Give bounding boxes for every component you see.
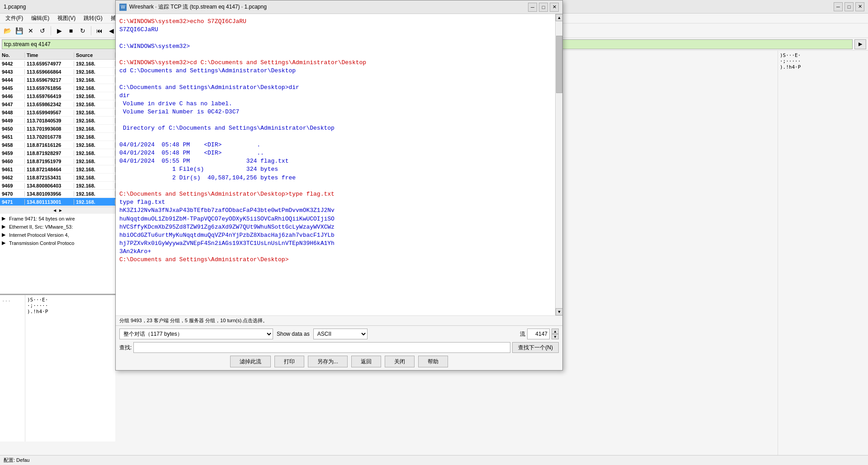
table-row[interactable]: 9470134.801093956192.168. — [0, 190, 115, 198]
hex-right-line3: ).!h4·P — [27, 309, 113, 315]
detail-item-ethernet[interactable]: ▶ Ethernet II, Src: VMware_53: — [0, 223, 115, 231]
col-time-header: Time — [25, 52, 74, 58]
table-row[interactable]: 9448113.659949567192.168. — [0, 108, 115, 117]
detail-ip-text: Internet Protocol Version 4, — [9, 232, 69, 238]
col-no-header: No. — [0, 52, 25, 58]
tcp-win-controls: ─ □ ✕ — [528, 3, 559, 12]
filter-apply-btn[interactable]: ▶ — [854, 39, 866, 49]
statusbar: 配置: Defau — [0, 455, 868, 465]
table-row[interactable]: 9444113.659679217192.168. — [0, 76, 115, 84]
menu-file[interactable]: 文件(F) — [2, 14, 27, 23]
stream-line: C:\WINDOWS\system32>echo S7ZQI6CJaRU — [119, 18, 559, 26]
tcp-title-left: W Wireshark · 追踪 TCP 流 (tcp.stream eq 41… — [119, 3, 267, 11]
expand-arrow-tcp: ▶ — [2, 240, 7, 246]
detail-frame-text: Frame 9471: 54 bytes on wire — [9, 216, 75, 221]
stream-line: C:\WINDOWS\system32>cd C:\Documents and … — [119, 59, 559, 67]
table-row[interactable]: 9462118.872153431192.168. — [0, 174, 115, 182]
detail-tcp-text: Transmission Control Protoco — [9, 240, 74, 246]
detail-ethernet-text: Ethernet II, Src: VMware_53: — [9, 224, 73, 230]
find-next-btn[interactable]: 查找下一个(N) — [512, 342, 559, 353]
tcp-close-btn[interactable]: ✕ — [550, 3, 559, 12]
help-btn[interactable]: 帮助 — [418, 356, 448, 367]
menu-jump[interactable]: 跳转(G) — [80, 14, 106, 23]
table-row[interactable]: 9450113.701993608192.168. — [0, 125, 115, 133]
scroll-up-arrow[interactable]: ▲ — [556, 14, 562, 21]
table-row[interactable]: 9459118.871928297192.168. — [0, 149, 115, 157]
scroll-down-arrow[interactable]: ▼ — [556, 308, 562, 315]
stream-line: cd C:\Documents and Settings\Administrat… — [119, 67, 559, 75]
menu-edit[interactable]: 编辑(E) — [28, 14, 53, 23]
table-row[interactable]: 9460118.871951979192.168. — [0, 157, 115, 165]
detail-item-ip[interactable]: ▶ Internet Protocol Version 4, — [0, 231, 115, 239]
hscroll-bar[interactable]: ◄ ► — [0, 207, 115, 214]
back-btn[interactable]: 返回 — [351, 356, 381, 367]
table-row[interactable]: 9442113.659574977192.168. — [0, 60, 115, 68]
stream-line: Directory of C:\Documents and Settings\A… — [119, 124, 559, 132]
search-label: 查找: — [119, 344, 132, 352]
main-close-btn[interactable]: ✕ — [855, 2, 864, 11]
toolbar-stop[interactable]: ■ — [66, 25, 76, 36]
table-row[interactable]: 9461118.872148464192.168. — [0, 165, 115, 174]
scroll-thumb[interactable] — [556, 36, 562, 93]
tcp-controls-row1: 整个对话（1177 bytes） Show data as ASCII EBCD… — [119, 329, 559, 339]
packet-list-panel: No. Time Source 9442113.659574977192.168… — [0, 51, 115, 442]
close-dialog-btn[interactable]: 关闭 — [385, 356, 415, 367]
hex-dump-right: )S···E· ·;····· ).!h4·P — [25, 295, 115, 442]
stream-line: dir — [119, 92, 559, 100]
stream-line: hbiOCdGZTu6urtMyKuNqqtdmuQqVZP4nYjPzbZ8X… — [119, 231, 559, 240]
toolbar-close[interactable]: ✕ — [25, 25, 36, 36]
right-panel-line2: ·;····· — [780, 58, 866, 64]
stream-line: 1 File(s) 324 bytes — [119, 165, 559, 174]
hex-right-line2: ·;····· — [27, 303, 113, 309]
print-btn[interactable]: 打印 — [274, 356, 304, 367]
table-row[interactable]: 9445113.659761856192.168. — [0, 84, 115, 92]
main-maximize-btn[interactable]: □ — [844, 2, 854, 11]
encoding-dropdown[interactable]: ASCII EBCDIC Hex Dump C Arrays Raw — [313, 329, 368, 339]
table-row[interactable]: 9451113.702016778192.168. — [0, 133, 115, 141]
expand-arrow-ip: ▶ — [2, 232, 7, 238]
main-minimize-btn[interactable]: ─ — [834, 2, 843, 11]
save-as-btn[interactable]: 另存为... — [308, 356, 348, 367]
tcp-controls-row3: 滤掉此流 打印 另存为... 返回 关闭 帮助 — [119, 356, 559, 367]
tcp-maximize-btn[interactable]: □ — [539, 3, 548, 12]
toolbar-open[interactable]: 📂 — [2, 25, 13, 36]
stream-label: 流 — [520, 330, 525, 338]
stream-decrement-btn[interactable]: ▼ — [552, 334, 559, 339]
stream-line: 04/01/2024 05:55 PM 324 flag.txt — [119, 157, 559, 165]
tcp-controls-row2: 查找: 查找下一个(N) — [119, 342, 559, 353]
packet-list-body: 9442113.659574977192.168. 9443113.659666… — [0, 60, 115, 207]
conversation-dropdown[interactable]: 整个对话（1177 bytes） — [119, 329, 273, 339]
main-title: 1.pcapng — [4, 4, 26, 10]
right-panel-line3: ).!h4·P — [780, 64, 866, 70]
menu-view[interactable]: 视图(V) — [54, 14, 79, 23]
table-row[interactable]: 9469134.800806403192.168. — [0, 182, 115, 190]
search-input[interactable] — [133, 342, 510, 353]
scroll-track — [556, 21, 562, 308]
toolbar-reload[interactable]: ↺ — [37, 25, 48, 36]
vertical-scrollbar[interactable]: ▲ ▼ — [555, 14, 562, 315]
tcp-scroll-area[interactable]: C:\WINDOWS\system32>echo S7ZQI6CJaRU S7Z… — [116, 14, 562, 315]
stream-line: C:\Documents and Settings\Administrator\… — [119, 256, 559, 264]
stream-line: huNqqtdmuOL1Zb91ZbM-TPapVQCO7eyODXyK5iiS… — [119, 215, 559, 223]
show-data-label: Show data as — [277, 331, 310, 337]
toolbar-scroll-back[interactable]: ⏮ — [94, 25, 105, 36]
stream-number-input[interactable] — [527, 329, 550, 339]
table-row[interactable]: 9449113.701840539192.168. — [0, 117, 115, 125]
toolbar-save[interactable]: 💾 — [14, 25, 24, 36]
detail-item-frame[interactable]: ▶ Frame 9471: 54 bytes on wire — [0, 215, 115, 223]
tcp-stream-content: C:\WINDOWS\system32>echo S7ZQI6CJaRU S7Z… — [116, 14, 562, 315]
detail-panel: ▶ Frame 9471: 54 bytes on wire ▶ Etherne… — [0, 214, 115, 295]
toolbar-restart[interactable]: ↻ — [77, 25, 88, 36]
table-row[interactable]: 9443113.659666864192.168. — [0, 68, 115, 76]
table-row[interactable]: 9446113.659766419192.168. — [0, 92, 115, 100]
table-row[interactable]: 9458118.871616126192.168. — [0, 141, 115, 149]
table-row[interactable]: 9471134.801113001192.168. — [0, 198, 115, 206]
filter-stream-btn[interactable]: 滤掉此流 — [230, 356, 271, 367]
detail-item-tcp[interactable]: ▶ Transmission Control Protoco — [0, 239, 115, 247]
col-src-header: Source — [74, 52, 115, 58]
toolbar-start[interactable]: ▶ — [54, 25, 65, 36]
table-row[interactable]: 9447113.659862342192.168. — [0, 100, 115, 108]
expand-arrow-frame: ▶ — [2, 216, 7, 221]
stream-increment-btn[interactable]: ▲ — [552, 329, 559, 334]
tcp-minimize-btn[interactable]: ─ — [528, 3, 537, 12]
